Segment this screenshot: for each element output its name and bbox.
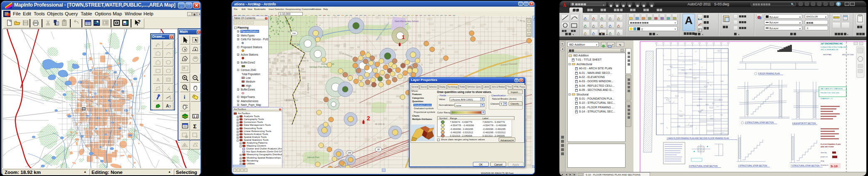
svg-text:199: 199	[347, 152, 351, 154]
svg-text:DRAWN BY: J.T.: DRAWN BY: J.T.	[821, 98, 833, 100]
svg-text:(801)-272-5500: (801)-272-5500	[842, 54, 854, 56]
svg-text:1 MAIN FLOOR FRAMING PLAN AND: 1 MAIN FLOOR FRAMING PLAN AND SECOND FLO…	[667, 137, 729, 139]
svg-text:W 13th St: W 13th St	[375, 123, 385, 125]
svg-text:Fournier St: Fournier St	[307, 83, 309, 94]
svg-text:FLOOR FRAMING PLAN: FLOOR FRAMING PLAN	[821, 143, 841, 145]
svg-text:SHOP/FAX:: SHOP/FAX:	[823, 54, 832, 56]
svg-text:Nash Elementary School: Nash Elementary School	[395, 20, 418, 22]
svg-text:1 2: 1 2	[193, 115, 198, 118]
svg-text:?: ?	[169, 97, 171, 100]
svg-text:6 ELEVATOR PIT SECTION: 6 ELEVATOR PIT SECTION	[792, 122, 816, 125]
svg-text:Σ: Σ	[193, 123, 196, 130]
svg-text:?: ?	[169, 105, 171, 109]
svg-text:drawing no:: drawing no:	[821, 164, 829, 166]
svg-text:2: 2	[196, 135, 198, 139]
svg-text:CONSULTING STRUCTURAL ENG.: CONSULTING STRUCTURAL ENG.	[821, 46, 848, 48]
svg-text:drwg:: drwg:	[821, 160, 824, 162]
svg-text:TIFI: TIFI	[292, 32, 296, 35]
svg-text:Heritage Park Plaza: Heritage Park Plaza	[309, 66, 329, 68]
svg-text:?: ?	[137, 19, 141, 25]
svg-text:1: 1	[402, 34, 405, 40]
svg-text:AND SECTIONS: AND SECTIONS	[821, 146, 834, 148]
svg-text:2811 S. HIGHLAND DR.: 2811 S. HIGHLAND DR.	[821, 49, 838, 51]
svg-text:S-10: S-10	[831, 164, 838, 168]
svg-text:SALT LAKE CITY, UTAH 84106: SALT LAKE CITY, UTAH 84106	[821, 88, 843, 90]
svg-text:7 STRUCTURAL STAIR SECTION: 7 STRUCTURAL STAIR SECTION	[791, 165, 819, 167]
svg-text:?: ?	[184, 86, 186, 89]
svg-text:Harrold Park: Harrold Park	[307, 156, 320, 159]
svg-text:4 STRUCTURAL STAIR SECTION: 4 STRUCTURAL STAIR SECTION	[689, 165, 717, 167]
svg-text:A: A	[156, 77, 160, 82]
svg-text:J&T ENGINEERING INC: J&T ENGINEERING INC	[821, 43, 843, 45]
svg-text:2: 2	[367, 115, 370, 122]
svg-text:project no:: project no:	[821, 156, 828, 158]
svg-text:Lancaster Ave: Lancaster Ave	[284, 99, 298, 101]
svg-text:sheet by:: sheet by:	[821, 152, 827, 154]
svg-text:30: 30	[377, 148, 380, 151]
svg-text:i: i	[184, 94, 185, 100]
svg-text:3 STRUCTURAL STAIR SECTION: 3 STRUCTURAL STAIR SECTION	[738, 165, 767, 167]
svg-text:5 ROOF FRAMING PLAN: 5 ROOF FRAMING PLAN	[758, 73, 780, 75]
svg-text:PROJECT NO: 2010-1426: PROJECT NO: 2010-1426	[821, 92, 839, 94]
svg-text:2 STRUCTURAL STAIR SECTION: 2 STRUCTURAL STAIR SECTION	[745, 122, 774, 124]
